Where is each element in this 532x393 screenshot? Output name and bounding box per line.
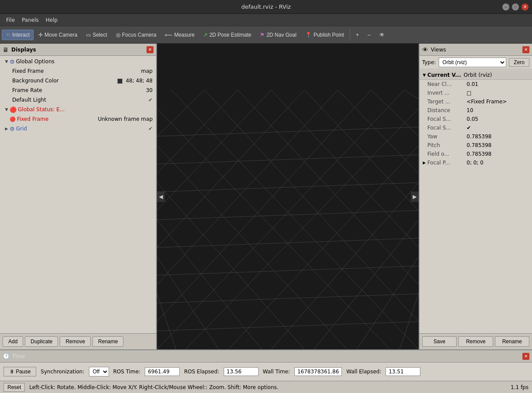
svg-line-6 (157, 294, 419, 303)
camera-view-button[interactable]: 👁 (375, 30, 389, 40)
time-panel: 🕐 Time ✕ ⏸ Pause Synchronization: Off RO… (0, 349, 532, 393)
svg-line-1 (157, 155, 419, 164)
grid-expand[interactable]: ▶ (3, 126, 10, 132)
svg-line-0 (157, 127, 419, 136)
tree-row-default-light[interactable]: Default Light ✔ (0, 95, 156, 105)
views-distance: Distance 10 (419, 106, 532, 115)
svg-line-16 (171, 90, 419, 349)
fixed-frame-label: Fixed Frame (12, 68, 44, 74)
pause-button[interactable]: ⏸ Pause (3, 367, 36, 376)
tree-row-fixed-frame[interactable]: Fixed Frame map (0, 66, 156, 76)
tree-row-global-options[interactable]: ▼ ⚙ Global Options (0, 57, 156, 66)
fixed-frame-value: map (141, 68, 154, 74)
time-icon: 🕐 (3, 353, 10, 359)
views-tree: ▼ Current V... Orbit (rviz) Near Cl... 0… (419, 69, 532, 333)
svg-line-5 (157, 266, 419, 275)
views-yaw: Yaw 0.785398 (419, 132, 532, 141)
tree-row-global-status[interactable]: ▼ 🔴 Global Status: E... (0, 105, 156, 114)
titlebar-controls: – □ ✕ (502, 3, 529, 10)
focus-camera-icon: ◎ (116, 32, 120, 38)
wall-elapsed-value: 13.51 (385, 367, 420, 376)
fixed-frame-error-value: Unknown frame map (98, 116, 154, 122)
svg-line-28 (157, 90, 205, 136)
fixed-frame-error-icon: 🔴 (10, 116, 16, 122)
svg-line-34 (357, 257, 419, 349)
views-remove-button[interactable]: Remove (458, 336, 493, 347)
background-color-swatch (117, 79, 123, 84)
svg-line-9 (205, 90, 419, 321)
background-color-value: 48; 48; 48 (117, 78, 154, 84)
default-light-value: ✔ (148, 97, 154, 103)
views-save-button[interactable]: Save (422, 336, 457, 347)
measure-icon: ⟵ (165, 32, 172, 38)
publish-point-button[interactable]: 📍 Publish Point (301, 30, 348, 40)
global-status-label: Global Status: E... (18, 106, 65, 113)
menu-help[interactable]: Help (42, 16, 61, 24)
current-view-type: Orbit (rviz) (464, 72, 492, 78)
views-title: Views (431, 47, 446, 53)
views-current-view-header[interactable]: ▼ Current V... Orbit (rviz) (419, 70, 532, 80)
measure-button[interactable]: ⟵ Measure (161, 30, 198, 40)
time-title: Time (12, 353, 25, 359)
tree-row-fixed-frame-error[interactable]: 🔴 Fixed Frame Unknown frame map (0, 114, 156, 124)
remove-button[interactable]: Remove (60, 336, 91, 347)
time-close-button[interactable]: ✕ (522, 353, 529, 360)
menu-file[interactable]: File (3, 16, 18, 24)
svg-line-23 (157, 90, 371, 321)
viewport[interactable]: ◀ ▶ (157, 44, 419, 349)
tree-row-background-color[interactable]: Background Color 48; 48; 48 (0, 76, 156, 85)
move-camera-button[interactable]: ✛ Move Camera (34, 30, 81, 40)
views-type-select[interactable]: Orbit (rviz) (439, 58, 507, 67)
pose-estimate-icon: ↗ (203, 32, 208, 38)
add-button[interactable]: Add (3, 336, 23, 347)
svg-line-7 (157, 321, 419, 331)
svg-line-13 (338, 90, 419, 173)
displays-header: 🖥 Displays ✕ (0, 44, 156, 56)
rename-button[interactable]: Rename (92, 336, 123, 347)
minimize-button[interactable]: – (502, 3, 509, 10)
tree-row-frame-rate[interactable]: Frame Rate 30 (0, 85, 156, 95)
viewport-arrow-left[interactable]: ◀ (157, 191, 165, 202)
views-panel-icon: 👁 (422, 46, 428, 53)
zoom-out-button[interactable]: – (364, 30, 375, 40)
duplicate-button[interactable]: Duplicate (25, 336, 58, 347)
reset-button[interactable]: Reset (3, 383, 25, 392)
global-options-expand[interactable]: ▼ (3, 58, 10, 65)
ros-time-value: 6961.49 (145, 367, 180, 376)
global-status-expand[interactable]: ▼ (3, 106, 10, 113)
views-invert: Invert ... □ (419, 89, 532, 97)
maximize-button[interactable]: □ (512, 3, 519, 10)
tree-row-grid[interactable]: ▶ ⚙ Grid ✔ (0, 124, 156, 133)
svg-line-22 (157, 294, 176, 349)
zoom-in-button[interactable]: + (352, 30, 363, 40)
focal-point-expand[interactable]: ▶ (421, 161, 427, 165)
focus-camera-button[interactable]: ◎ Focus Camera (112, 30, 160, 40)
interact-button[interactable]: ☜ Interact (2, 30, 34, 40)
current-view-expand[interactable]: ▼ (421, 73, 427, 77)
menu-panels[interactable]: Panels (18, 16, 42, 24)
select-button[interactable]: ▭ Select (82, 30, 111, 40)
fps-label: 1.1 fps (511, 384, 529, 390)
global-status-icon: 🔴 (10, 106, 17, 113)
wall-time-label: Wall Time: (263, 369, 290, 375)
views-zero-button[interactable]: Zero (509, 58, 529, 67)
views-type-row: Type: Orbit (rviz) Zero (419, 56, 532, 69)
svg-line-18 (157, 146, 347, 349)
nav-goal-button[interactable]: ⚑ 2D Nav Goal (256, 30, 300, 40)
close-button[interactable]: ✕ (522, 3, 529, 10)
svg-line-11 (271, 90, 419, 247)
pose-estimate-button[interactable]: ↗ 2D Pose Estimate (199, 30, 255, 40)
views-focal-point[interactable]: ▶ Focal P... 0; 0; 0 (419, 158, 532, 167)
displays-close-button[interactable]: ✕ (147, 46, 153, 53)
time-controls: ⏸ Pause Synchronization: Off ROS Time: 6… (0, 362, 532, 381)
views-close-button[interactable]: ✕ (522, 46, 529, 53)
sync-select[interactable]: Off (89, 367, 109, 376)
viewport-arrow-right[interactable]: ▶ (411, 191, 419, 202)
views-panel: 👁 Views ✕ Type: Orbit (rviz) Zero ▼ Curr… (419, 44, 532, 349)
views-near-clip: Near Cl... 0.01 (419, 80, 532, 89)
svg-line-10 (238, 90, 419, 284)
ros-time-label: ROS Time: (113, 369, 141, 375)
select-icon: ▭ (86, 32, 91, 38)
views-rename-button[interactable]: Rename (495, 336, 529, 347)
frame-rate-value: 30 (146, 87, 154, 93)
